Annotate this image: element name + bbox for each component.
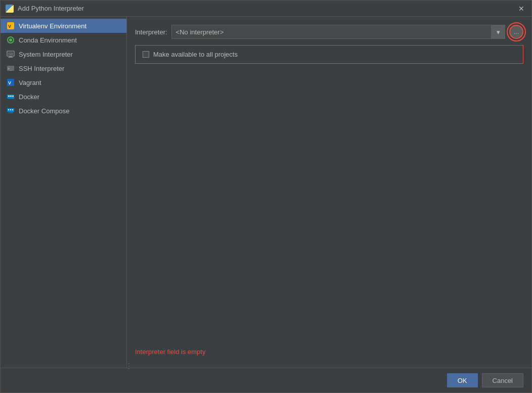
svg-rect-13 [8, 96, 10, 97]
conda-icon [7, 36, 15, 44]
cancel-button[interactable]: Cancel [482, 373, 523, 387]
svg-rect-6 [8, 57, 13, 58]
docker-icon [7, 93, 15, 101]
title-bar: Add Python Interpreter ✕ [1, 1, 531, 17]
sidebar-item-conda[interactable]: Conda Environment [1, 33, 126, 47]
vagrant-icon: V [7, 78, 15, 86]
interpreter-browse-button[interactable]: ... [509, 25, 523, 39]
svg-text:V: V [8, 80, 11, 85]
make-available-label[interactable]: Make available to all projects [153, 51, 238, 58]
sidebar-item-label: Conda Environment [19, 36, 77, 44]
dialog-body: V Virtualenv Environment Conda Environme… [1, 17, 531, 368]
dialog-icon [6, 5, 14, 13]
sidebar-item-label: Docker [19, 93, 39, 101]
docker-compose-icon [7, 107, 15, 115]
svg-rect-14 [10, 96, 12, 97]
sidebar-item-label: Docker Compose [19, 107, 69, 115]
svg-text:⌨: ⌨ [8, 52, 13, 56]
error-message: Interpreter field is empty [135, 344, 523, 360]
sidebar: V Virtualenv Environment Conda Environme… [1, 17, 127, 368]
dropdown-arrow-icon[interactable]: ▾ [491, 25, 505, 39]
sidebar-item-vagrant[interactable]: V Vagrant [1, 75, 126, 90]
sidebar-item-docker[interactable]: Docker [1, 90, 126, 104]
svg-rect-17 [8, 109, 9, 110]
make-available-checkbox[interactable] [143, 51, 149, 58]
svg-rect-5 [9, 56, 12, 57]
system-icon: ⌨ [7, 50, 15, 58]
svg-rect-15 [12, 96, 14, 97]
main-content: Interpreter: <No interpreter> ▾ ... [127, 17, 531, 368]
content-spacer [135, 72, 523, 344]
interpreter-row: Interpreter: <No interpreter> ▾ ... [135, 25, 523, 39]
sidebar-item-virtualenv[interactable]: V Virtualenv Environment [1, 19, 126, 33]
resize-handle[interactable] [127, 360, 131, 368]
close-button[interactable]: ✕ [516, 4, 526, 14]
ok-button[interactable]: OK [447, 373, 478, 387]
dialog-title: Add Python Interpreter [18, 5, 84, 12]
interpreter-dropdown[interactable]: <No interpreter> [171, 25, 505, 39]
sidebar-item-docker-compose[interactable]: Docker Compose [1, 104, 126, 118]
svg-point-3 [9, 38, 12, 41]
ssh-icon: >_ [7, 64, 15, 72]
interpreter-label: Interpreter: [135, 28, 167, 36]
svg-rect-18 [10, 109, 11, 110]
make-available-section: Make available to all projects [135, 45, 523, 64]
virtualenv-icon: V [7, 22, 15, 30]
sidebar-item-system[interactable]: ⌨ System Interpreter [1, 47, 126, 61]
svg-text:V: V [8, 24, 11, 29]
svg-text:>_: >_ [8, 67, 12, 71]
svg-rect-19 [12, 109, 13, 110]
sidebar-item-label: SSH Interpreter [19, 65, 64, 72]
svg-rect-20 [8, 112, 13, 113]
dialog-footer: OK Cancel [1, 368, 531, 392]
sidebar-item-label: System Interpreter [19, 51, 73, 58]
sidebar-item-label: Virtualenv Environment [19, 22, 86, 30]
add-python-interpreter-dialog: Add Python Interpreter ✕ V Virtualenv En… [0, 0, 532, 393]
sidebar-item-ssh[interactable]: >_ SSH Interpreter [1, 61, 126, 75]
interpreter-select-wrapper: <No interpreter> ▾ [171, 25, 505, 39]
sidebar-item-label: Vagrant [19, 79, 41, 86]
